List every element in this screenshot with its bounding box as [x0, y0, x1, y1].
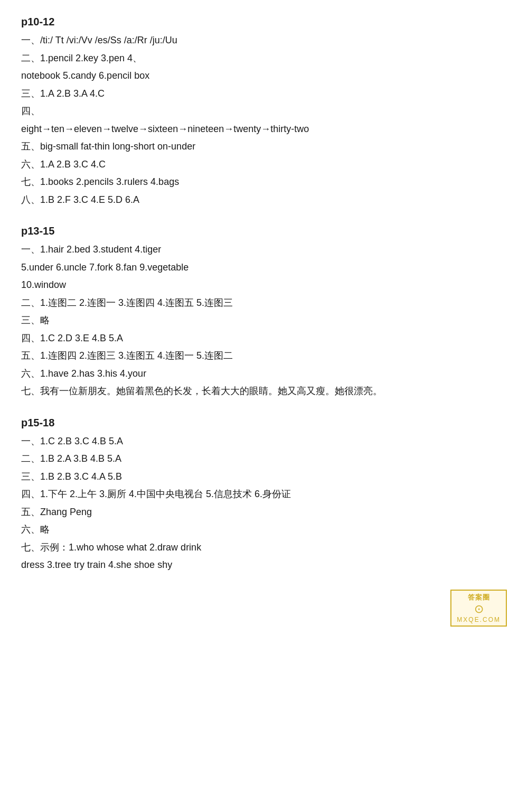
- section-p10-12-line-5: eight→ten→eleven→twelve→sixteen→nineteen…: [21, 121, 507, 138]
- section-p13-15-line-2: 10.window: [21, 277, 507, 294]
- section-p10-12-line-0: 一、/ti:/ Tt /vi:/Vv /es/Ss /a:/Rr /ju:/Uu: [21, 32, 507, 49]
- watermark-bottom: MXQE.COM: [457, 616, 501, 623]
- section-p13-15-line-7: 六、1.have 2.has 3.his 4.your: [21, 366, 507, 382]
- section-p13-15-line-5: 四、1.C 2.D 3.E 4.B 5.A: [21, 330, 507, 347]
- page-content: p10-12一、/ti:/ Tt /vi:/Vv /es/Ss /a:/Rr /…: [21, 16, 507, 574]
- section-p15-18-title: p15-18: [21, 417, 507, 429]
- section-p10-12: p10-12一、/ti:/ Tt /vi:/Vv /es/Ss /a:/Rr /…: [21, 16, 507, 208]
- section-p10-12-line-1: 二、1.pencil 2.key 3.pen 4、: [21, 50, 507, 67]
- watermark-area: 答案圈 ⊙ MXQE.COM: [21, 595, 507, 627]
- watermark-top: 答案圈: [468, 593, 490, 602]
- section-p10-12-line-8: 七、1.books 2.pencils 3.rulers 4.bags: [21, 174, 507, 191]
- section-p13-15-line-6: 五、1.连图四 2.连图三 3.连图五 4.连图一 5.连图二: [21, 348, 507, 365]
- section-p13-15-line-4: 三、略: [21, 312, 507, 329]
- section-p10-12-title: p10-12: [21, 16, 507, 28]
- section-p10-12-line-4: 四、: [21, 103, 507, 120]
- section-p15-18-line-7: dress 3.tree try train 4.she shoe shy: [21, 557, 507, 574]
- section-p15-18-line-4: 五、Zhang Peng: [21, 504, 507, 521]
- section-p10-12-line-9: 八、1.B 2.F 3.C 4.E 5.D 6.A: [21, 192, 507, 209]
- section-p13-15: p13-15一、1.hair 2.bed 3.student 4.tiger 5…: [21, 225, 507, 400]
- section-p13-15-title: p13-15: [21, 225, 507, 237]
- section-p15-18: p15-18一、1.C 2.B 3.C 4.B 5.A二、1.B 2.A 3.B…: [21, 417, 507, 574]
- section-p15-18-line-3: 四、1.下午 2.上午 3.厕所 4.中国中央电视台 5.信息技术 6.身份证: [21, 486, 507, 503]
- section-p15-18-line-0: 一、1.C 2.B 3.C 4.B 5.A: [21, 433, 507, 450]
- section-p15-18-line-1: 二、1.B 2.A 3.B 4.B 5.A: [21, 451, 507, 468]
- section-p10-12-line-6: 五、big-small fat-thin long-short on-under: [21, 138, 507, 155]
- section-p10-12-line-2: notebook 5.candy 6.pencil box: [21, 68, 507, 85]
- section-p13-15-line-3: 二、1.连图二 2.连图一 3.连图四 4.连图五 5.连图三: [21, 295, 507, 312]
- section-p10-12-line-7: 六、1.A 2.B 3.C 4.C: [21, 156, 507, 173]
- section-p10-12-line-3: 三、1.A 2.B 3.A 4.C: [21, 86, 507, 102]
- section-p13-15-line-0: 一、1.hair 2.bed 3.student 4.tiger: [21, 241, 507, 258]
- section-p13-15-line-1: 5.under 6.uncle 7.fork 8.fan 9.vegetable: [21, 259, 507, 276]
- section-p13-15-line-8: 七、我有一位新朋友。她留着黑色的长发，长着大大的眼睛。她又高又瘦。她很漂亮。: [21, 383, 507, 400]
- section-p15-18-line-2: 三、1.B 2.B 3.C 4.A 5.B: [21, 469, 507, 486]
- watermark: 答案圈 ⊙ MXQE.COM: [450, 590, 507, 627]
- watermark-icon: ⊙: [474, 602, 484, 616]
- section-p15-18-line-6: 七、示例：1.who whose what 2.draw drink: [21, 539, 507, 556]
- section-p15-18-line-5: 六、略: [21, 521, 507, 538]
